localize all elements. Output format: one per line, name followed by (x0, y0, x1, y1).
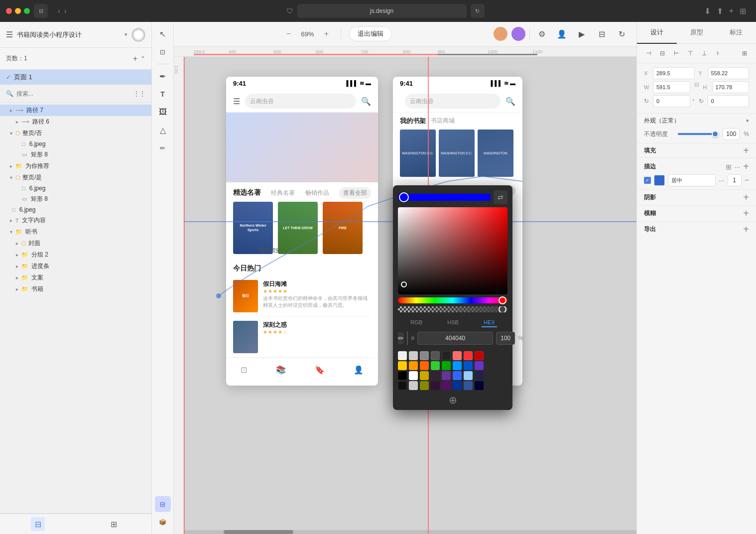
image-tool[interactable]: 🖼 (155, 104, 171, 120)
swatch-3-6[interactable] (453, 371, 462, 380)
swatch-2-7[interactable] (464, 361, 473, 370)
opacity-slider[interactable] (678, 133, 719, 135)
x-value[interactable]: 289.5 (653, 67, 695, 79)
distribute-btn[interactable]: ⊞ (738, 47, 751, 60)
layer-jpeg6a[interactable]: □ 6.jpeg (0, 139, 151, 149)
assets-panel-toggle[interactable]: 📦 (155, 514, 171, 530)
pointer-tool[interactable]: ↖ (155, 26, 171, 42)
swatch-3-5[interactable] (442, 371, 451, 380)
swatch-4-5[interactable] (442, 381, 451, 390)
layer-cover[interactable]: ▸ ⬡ 封面 (0, 238, 151, 249)
shelf-search-bar[interactable]: 云南虫谷 (405, 94, 501, 109)
add-export-btn[interactable]: + (743, 224, 749, 235)
my-shelf-tab[interactable]: 我的书架 (400, 117, 426, 126)
nav-bookshelf[interactable]: 📚 (276, 365, 286, 375)
page-1-item[interactable]: ✓ 页面 1 (0, 70, 151, 85)
new-tab-icon[interactable]: + (729, 6, 734, 16)
radius-value[interactable]: 0 (708, 95, 750, 107)
appearance-caret[interactable]: ▾ (746, 118, 749, 124)
close-button[interactable] (6, 8, 12, 14)
cp-tab-hex[interactable]: HEX (482, 318, 497, 327)
nav-profile[interactable]: 👤 (354, 365, 364, 375)
layer-group2[interactable]: ▸ 📁 分组 2 (0, 249, 151, 261)
swatch-1-2[interactable] (409, 351, 418, 360)
tab-design[interactable]: 设计 (637, 22, 677, 44)
layer-rect8b[interactable]: ▭ 矩形 8 (0, 193, 151, 205)
text-tool[interactable]: T (155, 86, 171, 102)
cp-hex-input[interactable] (417, 332, 493, 345)
layer-text-content[interactable]: ▸ T 文字内容 (0, 215, 151, 226)
swatch-4-6[interactable] (453, 381, 462, 390)
swatch-2-2[interactable] (409, 361, 418, 370)
cp-color-swatch-current[interactable] (407, 331, 408, 345)
swatch-1-7[interactable] (464, 351, 473, 360)
swatch-3-8[interactable] (475, 371, 484, 380)
canvas-scroll-thumb[interactable] (224, 530, 293, 534)
align-center-v-btn[interactable]: ⊥ (698, 47, 711, 60)
layer-books[interactable]: ▸ 📁 书籍 (0, 283, 151, 295)
refresh-btn[interactable]: ↻ (471, 4, 485, 18)
maximize-button[interactable] (24, 8, 30, 14)
w-value[interactable]: 591.5 (653, 81, 690, 93)
nav-home[interactable]: ⊡ (241, 365, 247, 375)
layer-path7[interactable]: ▸ ⟶ 路径 7 (0, 105, 151, 116)
align-right-btn[interactable]: ⊢ (670, 47, 683, 60)
cp-color-area[interactable] (398, 207, 507, 294)
forward-btn[interactable]: › (64, 7, 67, 15)
layer-audiobook[interactable]: ▾ 📁 听书 (0, 226, 151, 238)
share-icon[interactable]: ⬆ (717, 6, 723, 16)
swatch-4-8[interactable] (475, 381, 484, 390)
layer-text-doc[interactable]: ▸ 📁 文案 (0, 272, 151, 283)
exit-edit-btn[interactable]: 退出编辑 (349, 26, 392, 41)
layer-toggle-n[interactable]: ▾ ⬡ 整页/否 (0, 128, 151, 139)
swatch-1-4[interactable] (431, 351, 440, 360)
layer-jpeg6b[interactable]: □ 6.jpeg (0, 183, 151, 193)
stroke-width-value[interactable]: 1 (728, 174, 742, 186)
swatch-1-1[interactable] (398, 351, 407, 360)
frame-tool[interactable]: ⊡ (155, 44, 171, 60)
swatch-2-4[interactable] (431, 361, 440, 370)
back-btn[interactable]: ‹ (58, 7, 60, 15)
share-btn[interactable]: ⊟ (594, 26, 610, 42)
lock-aspect-btn[interactable]: ⊟ (694, 81, 699, 93)
cp-tab-hsb[interactable]: HSB (445, 318, 461, 327)
shape-tool[interactable]: △ (155, 122, 171, 138)
download-icon[interactable]: ⬇ (704, 6, 711, 16)
swatch-3-2[interactable] (409, 371, 418, 380)
cp-add-swatch-btn[interactable]: ⊕ (393, 391, 512, 410)
layer-jpeg6c[interactable]: □ 6.jpeg (0, 205, 151, 215)
cp-eyedropper-btn[interactable]: ✏ (398, 332, 404, 344)
add-page-btn[interactable]: + (133, 54, 137, 63)
layers-icon[interactable]: ⊟ (31, 517, 45, 531)
align-center-h-btn[interactable]: ⊟ (656, 47, 669, 60)
stroke-align-select[interactable]: 居中 (668, 174, 716, 186)
stroke-minus-btn[interactable]: − (745, 176, 749, 185)
cp-hue-handle[interactable] (499, 296, 506, 304)
search-input[interactable] (16, 90, 130, 97)
swatch-2-3[interactable] (420, 361, 429, 370)
user-avatar-1[interactable] (494, 27, 507, 41)
cp-alpha-input[interactable] (496, 332, 515, 345)
play-btn[interactable]: ▶ (574, 26, 590, 42)
tab-mark[interactable]: 标注 (716, 22, 756, 44)
swatch-1-6[interactable] (453, 351, 462, 360)
sort-layers-btn[interactable]: ⋮⋮ (133, 90, 145, 97)
publish-btn[interactable]: ⚙ (534, 26, 550, 42)
zoom-out-btn[interactable]: − (283, 28, 295, 40)
add-stroke-btn[interactable]: + (743, 161, 749, 172)
layer-for-you[interactable]: ▸ 📁 为你推荐 (0, 160, 151, 172)
swatch-2-1[interactable] (398, 361, 407, 370)
nav-bookmark[interactable]: 🔖 (315, 365, 325, 375)
layer-toggle-y[interactable]: ▾ ⬡ 整页/是 (0, 172, 151, 183)
swatch-1-5[interactable] (442, 351, 451, 360)
swatch-2-5[interactable] (442, 361, 451, 370)
cp-alpha-handle[interactable] (499, 306, 506, 312)
refresh-canvas-btn[interactable]: ↻ (614, 26, 630, 42)
swatch-3-3[interactable] (420, 371, 429, 380)
components-icon[interactable]: ⊞ (107, 517, 121, 531)
minimize-button[interactable] (15, 8, 21, 14)
align-top-btn[interactable]: ⊤ (684, 47, 697, 60)
featured-more-btn[interactable]: 查看全部 (339, 187, 371, 199)
add-fill-btn[interactable]: + (743, 145, 749, 155)
align-bottom-btn[interactable]: ⊦ (712, 47, 725, 60)
